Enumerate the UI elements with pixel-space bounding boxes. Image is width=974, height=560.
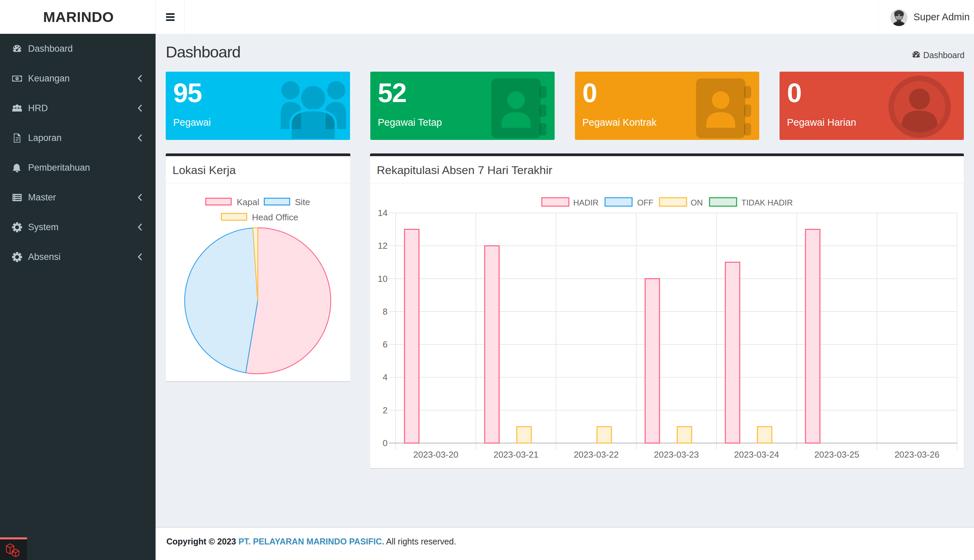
- svg-text:OFF: OFF: [637, 198, 653, 207]
- svg-text:10: 10: [378, 274, 388, 284]
- svg-text:4: 4: [383, 372, 388, 382]
- svg-text:2023-03-24: 2023-03-24: [734, 450, 779, 460]
- svg-text:12: 12: [378, 241, 388, 251]
- svg-text:14: 14: [378, 208, 388, 218]
- svg-text:2: 2: [383, 405, 388, 415]
- svg-text:ON: ON: [691, 198, 703, 207]
- svg-text:2023-03-26: 2023-03-26: [894, 450, 939, 460]
- svg-text:2023-03-20: 2023-03-20: [413, 450, 458, 460]
- svg-text:6: 6: [383, 339, 388, 350]
- svg-text:2023-03-22: 2023-03-22: [573, 450, 618, 460]
- svg-text:HADIR: HADIR: [573, 198, 599, 207]
- svg-text:2023-03-21: 2023-03-21: [493, 450, 538, 460]
- svg-text:2023-03-25: 2023-03-25: [814, 450, 859, 460]
- svg-text:2023-03-23: 2023-03-23: [654, 450, 699, 460]
- svg-text:0: 0: [383, 438, 388, 448]
- svg-text:TIDAK HADIR: TIDAK HADIR: [741, 198, 793, 207]
- svg-text:8: 8: [383, 307, 388, 317]
